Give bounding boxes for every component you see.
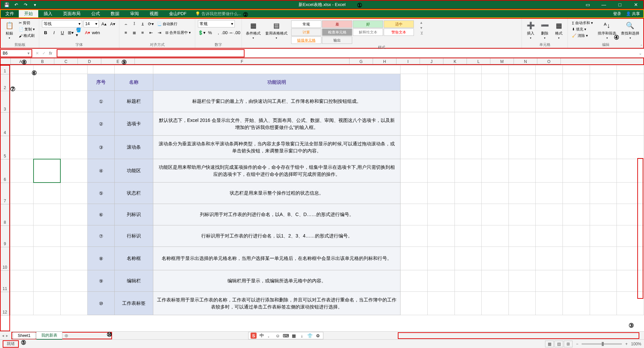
cell-J6[interactable] <box>482 159 509 183</box>
cell-E5[interactable]: 滚动条 <box>114 136 153 159</box>
cell-J2[interactable] <box>482 74 509 91</box>
cell-C9[interactable] <box>60 225 88 247</box>
col-header-F[interactable]: F <box>135 58 350 64</box>
qat-customize-icon[interactable]: ▾ <box>32 1 38 8</box>
align-top-button[interactable]: ⫠ <box>122 20 129 27</box>
cell-M5[interactable] <box>563 136 590 159</box>
cell-J4[interactable] <box>482 112 509 136</box>
cell-G1[interactable] <box>400 65 428 74</box>
cell-M10[interactable] <box>563 247 590 270</box>
italic-button[interactable]: I <box>50 29 58 36</box>
cell-J12[interactable] <box>482 292 509 315</box>
cell-B5[interactable] <box>34 136 61 159</box>
cell-K12[interactable] <box>508 292 536 315</box>
cell-I6[interactable] <box>454 159 482 183</box>
cell-A10[interactable] <box>10 247 34 270</box>
cell-F1[interactable] <box>153 65 400 74</box>
increase-decimal-button[interactable]: .00→ <box>223 29 230 36</box>
row-header-3[interactable]: 3 <box>1 91 9 113</box>
cell-M3[interactable] <box>563 91 590 112</box>
cell-K5[interactable] <box>508 136 536 159</box>
cell-N4[interactable] <box>590 112 617 136</box>
delete-cells-button[interactable]: ➖删除▾ <box>539 20 551 40</box>
shrink-font-button[interactable]: A▾ <box>109 20 116 27</box>
ime-item-0[interactable]: 中 <box>259 333 265 339</box>
cell-N2[interactable] <box>590 74 617 91</box>
cell-D7[interactable]: ⑤ <box>88 183 115 204</box>
cell-F7[interactable]: 状态栏是用来显示整个操作过程的状态信息。 <box>153 183 400 204</box>
cell-G8[interactable] <box>400 204 428 225</box>
cell-C11[interactable] <box>60 270 88 292</box>
conditional-formatting-button[interactable]: ▦条件格式▾ <box>245 20 262 40</box>
cell-M6[interactable] <box>563 159 590 183</box>
cell-E1[interactable] <box>114 65 153 74</box>
cell-M2[interactable] <box>563 74 590 91</box>
col-header-M[interactable]: M <box>490 58 514 64</box>
col-header-O[interactable]: O <box>537 58 561 64</box>
cancel-formula-icon[interactable]: ✕ <box>36 51 39 56</box>
decrease-decimal-button[interactable]: ←.00 <box>231 29 239 36</box>
cell-G4[interactable] <box>400 112 428 136</box>
style-检查单元格[interactable]: 检查单元格 <box>322 28 352 36</box>
ime-item-4[interactable]: ▦ <box>291 333 297 339</box>
cell-A4[interactable] <box>10 112 34 136</box>
cell-N6[interactable] <box>590 159 617 183</box>
cell-N12[interactable] <box>590 292 617 315</box>
vertical-scrollbar[interactable] <box>637 158 643 299</box>
cell-D12[interactable]: ⑩ <box>88 292 115 315</box>
align-left-button[interactable]: ≡ <box>122 29 129 36</box>
indent-increase-button[interactable]: ⇥ <box>156 29 163 36</box>
col-header-D[interactable]: D <box>78 58 101 64</box>
cell-L6[interactable] <box>536 159 563 183</box>
cell-H9[interactable] <box>427 225 454 247</box>
cell-I8[interactable] <box>454 204 482 225</box>
underline-button[interactable]: U <box>59 29 66 36</box>
cell-A11[interactable] <box>10 270 34 292</box>
save-icon[interactable]: 💾 <box>3 1 10 8</box>
tab-金山PDF[interactable]: 金山PDF <box>164 10 192 17</box>
formula-bar-input[interactable] <box>57 49 245 57</box>
accounting-format-button[interactable]: 💲▾ <box>198 29 205 36</box>
format-painter-button[interactable]: 🖌 格式刷 <box>17 33 36 39</box>
cell-N8[interactable] <box>590 204 617 225</box>
cell-J11[interactable] <box>482 270 509 292</box>
ribbon-display-options-icon[interactable]: ▭ <box>582 1 593 9</box>
cell-O3[interactable] <box>617 91 644 112</box>
cell-H3[interactable] <box>427 91 454 112</box>
cell-B3[interactable] <box>34 91 61 112</box>
fx-icon[interactable]: fx <box>49 51 52 56</box>
tab-审阅[interactable]: 审阅 <box>125 10 144 17</box>
cell-H10[interactable] <box>427 247 454 270</box>
style-好[interactable]: 好 <box>353 20 383 28</box>
col-header-E[interactable]: E <box>101 58 135 64</box>
ime-item-5[interactable]: ↓ <box>299 333 305 339</box>
collapse-ribbon-icon[interactable]: ⌃ <box>640 44 643 48</box>
cell-N11[interactable] <box>590 270 617 292</box>
cell-K1[interactable] <box>508 65 536 74</box>
cell-E12[interactable]: 工作表标签 <box>114 292 153 315</box>
cell-M7[interactable] <box>563 183 590 204</box>
cell-G12[interactable] <box>400 292 428 315</box>
cell-M12[interactable] <box>563 292 590 315</box>
maximize-icon[interactable]: □ <box>614 1 625 9</box>
cell-J5[interactable] <box>482 136 509 159</box>
cell-H7[interactable] <box>427 183 454 204</box>
font-family-select[interactable]: 等线▾ <box>42 20 82 27</box>
cell-J10[interactable] <box>482 247 509 270</box>
cell-E4[interactable]: 选项卡 <box>114 112 153 136</box>
cell-E9[interactable]: 行标识 <box>114 225 153 247</box>
cell-F8[interactable]: 列标识用于对工作表的列进行命名，以A、B、C、D……的形式进行编号。 <box>153 204 400 225</box>
col-header-H[interactable]: H <box>373 58 396 64</box>
sheet-tab-Sheet1[interactable]: Sheet1 <box>13 332 36 339</box>
cell-I11[interactable] <box>454 270 482 292</box>
cell-O4[interactable] <box>617 112 644 136</box>
cell-F2[interactable]: 功能说明 <box>153 74 400 91</box>
cell-K3[interactable] <box>508 91 536 112</box>
row-header-7[interactable]: 7 <box>1 183 9 204</box>
cell-K4[interactable] <box>508 112 536 136</box>
cell-I1[interactable] <box>454 65 482 74</box>
align-right-button[interactable]: ≡ <box>139 29 146 36</box>
cell-F9[interactable]: 行标识用于对工作表的行进行命名，以1、2、3、4……的形式进行编号。 <box>153 225 400 247</box>
format-as-table-button[interactable]: ▤套用表格格式▾ <box>264 20 289 40</box>
percent-button[interactable]: % <box>206 29 214 36</box>
